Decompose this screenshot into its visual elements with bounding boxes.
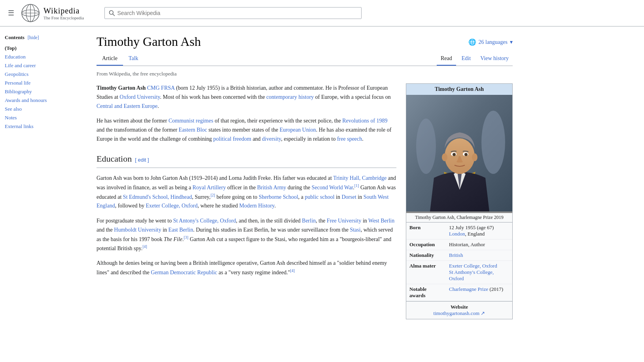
gdr-link[interactable]: German Democratic Republic [151, 270, 217, 275]
nationality-label: Nationality [406, 250, 446, 261]
berlin-link[interactable]: Berlin [302, 218, 316, 224]
toc-link-personal[interactable]: Personal life [5, 80, 30, 86]
sherborne-link[interactable]: Sherborne School [259, 194, 298, 200]
education-edit[interactable]: [ edit ] [135, 156, 149, 164]
menu-icon[interactable]: ☰ [6, 7, 16, 19]
west-berlin-link[interactable]: West Berlin [368, 218, 394, 224]
search-input[interactable] [117, 10, 357, 16]
stasi-link[interactable]: Stasi [350, 227, 360, 233]
sidebar-toc: Contents [hide] (Top) Education Life and… [0, 26, 87, 327]
humboldt-link[interactable]: Humboldt University [114, 227, 161, 233]
occupation-value: Historian, Author [446, 239, 512, 250]
toc-link-education[interactable]: Education [5, 54, 26, 60]
communist-regimes-link[interactable]: Communist regimes [169, 118, 213, 124]
born-date: 12 July 1955 (age 67) [449, 224, 494, 230]
toc-link-notes[interactable]: Notes [5, 115, 17, 121]
tab-edit[interactable]: Edit [458, 52, 475, 66]
revolutions-1989-link[interactable]: Revolutions of 1989 [342, 118, 387, 124]
east-berlin-link[interactable]: East Berlin [169, 227, 193, 233]
political-freedom-link[interactable]: political freedom [213, 136, 251, 142]
article-tabs: Article Talk Read Edit View history [97, 52, 513, 66]
svg-point-18 [464, 153, 468, 156]
ref-2[interactable]: [2] [210, 193, 215, 197]
toc-link-awards[interactable]: Awards and honours [5, 97, 47, 103]
tab-article[interactable]: Article [97, 52, 123, 66]
second-world-war-link[interactable]: Second World War [312, 185, 353, 190]
search-input-wrap[interactable] [104, 7, 362, 19]
toc-item-see-also[interactable]: See also [5, 105, 82, 113]
the-file-title: The File [164, 236, 182, 242]
wikipedia-wordmark: Wikipedia The Free Encyclopedia [44, 6, 84, 20]
st-antonys-link[interactable]: St Antony's College, Oxford [173, 218, 236, 224]
svg-point-17 [453, 153, 456, 156]
charlemagne-prize-link[interactable]: Charlemagne Prize [449, 286, 488, 292]
european-union-link[interactable]: European Union [280, 127, 316, 133]
eastern-bloc-link[interactable]: Eastern Bloc [179, 127, 207, 133]
st-antonys-info-link[interactable]: St Anthony's College, Oxford [449, 269, 494, 281]
exeter-link[interactable]: Exeter College, Oxford [449, 263, 497, 269]
ref-1[interactable]: [1] [354, 183, 359, 188]
ref-4b[interactable]: [4] [290, 268, 295, 273]
search-icon [109, 10, 115, 16]
tab-view-history[interactable]: View history [476, 52, 513, 66]
diversity-link[interactable]: diversity [262, 136, 281, 142]
page-title: Timothy Garton Ash [97, 34, 201, 49]
infobox-caption: Timothy Garton Ash, Charlemagne Prize 20… [406, 213, 512, 222]
infobox-row-born: Born 12 July 1955 (age 67) London, Engla… [406, 222, 512, 239]
royal-artillery-link[interactable]: Royal Artillery [193, 185, 226, 190]
contemporary-history-link[interactable]: contemporary history [266, 94, 314, 100]
exeter-oxford-link[interactable]: Exeter College, Oxford [146, 203, 197, 209]
ref-3[interactable]: [3] [184, 235, 188, 239]
from-wiki: From Wikipedia, the free encyclopedia [97, 71, 513, 77]
website-link[interactable]: timothygartonash.com ↗ [434, 310, 485, 316]
british-army-link[interactable]: British Army [257, 185, 286, 190]
free-speech-link[interactable]: free speech [337, 136, 362, 142]
free-university-link[interactable]: Free University [327, 218, 361, 224]
toc-item-notes[interactable]: Notes [5, 113, 82, 122]
toc-item-external[interactable]: External links [5, 122, 82, 131]
toc-link-see-also[interactable]: See also [5, 106, 22, 112]
toc-item-bibliography[interactable]: Bibliography [5, 87, 82, 96]
st-edmunds-link[interactable]: St Edmund's School, Hindhead [123, 194, 192, 200]
main-content: Timothy Garton Ash 🌐 26 languages ▾ Arti… [87, 26, 522, 327]
public-school-link[interactable]: public school [305, 194, 335, 200]
infobox-table: Born 12 July 1955 (age 67) London, Engla… [406, 222, 512, 301]
language-button[interactable]: 🌐 26 languages ▾ [468, 38, 513, 46]
alma-mater-label: Alma mater [406, 261, 446, 284]
toc-item-education[interactable]: Education [5, 53, 82, 61]
wikipedia-title: Wikipedia [44, 6, 84, 15]
toc-item-top[interactable]: (Top) [5, 44, 82, 53]
toc-item-life[interactable]: Life and career [5, 61, 82, 70]
toc-link-geopolitics[interactable]: Geopolitics [5, 71, 28, 77]
dorset-link[interactable]: Dorset [341, 194, 356, 200]
trinity-hall-link[interactable]: Trinity Hall, Cambridge [333, 175, 386, 181]
toc-item-geopolitics[interactable]: Geopolitics [5, 70, 82, 79]
education-p2: For postgraduate study he went to St Ant… [97, 216, 396, 253]
page-title-row: Timothy Garton Ash 🌐 26 languages ▾ [97, 34, 513, 49]
toc-hide-button[interactable]: [hide] [28, 35, 39, 41]
cee-link[interactable]: Central and Eastern Europe [97, 103, 157, 109]
modern-history-link[interactable]: Modern History [239, 203, 275, 209]
toc-item-personal[interactable]: Personal life [5, 79, 82, 87]
education-edit-link[interactable]: edit [138, 157, 146, 163]
svg-point-19 [442, 153, 447, 161]
toc-link-external[interactable]: External links [5, 123, 34, 129]
toc-link-bibliography[interactable]: Bibliography [5, 89, 32, 94]
education-heading-text: Education [97, 152, 132, 166]
toc-item-awards[interactable]: Awards and honours [5, 96, 82, 105]
wikipedia-logo[interactable]: Wikipedia The Free Encyclopedia [21, 3, 84, 23]
toc-link-life[interactable]: Life and career [5, 62, 36, 68]
ref-4a[interactable]: [4] [142, 244, 147, 249]
cmg-frsa-link[interactable]: CMG FRSA [147, 85, 175, 91]
london-link[interactable]: London [449, 231, 465, 237]
toc-link-top[interactable]: (Top) [5, 45, 17, 51]
born-label: Born [406, 222, 446, 239]
chevron-down-icon: ▾ [510, 39, 513, 45]
tab-read[interactable]: Read [437, 52, 456, 66]
tab-talk[interactable]: Talk [123, 52, 144, 66]
toc-list: (Top) Education Life and career Geopolit… [5, 44, 82, 131]
oxford-link[interactable]: Oxford University [119, 94, 160, 100]
british-link[interactable]: British [449, 252, 463, 258]
svg-line-7 [113, 14, 114, 15]
svg-point-20 [472, 153, 477, 161]
